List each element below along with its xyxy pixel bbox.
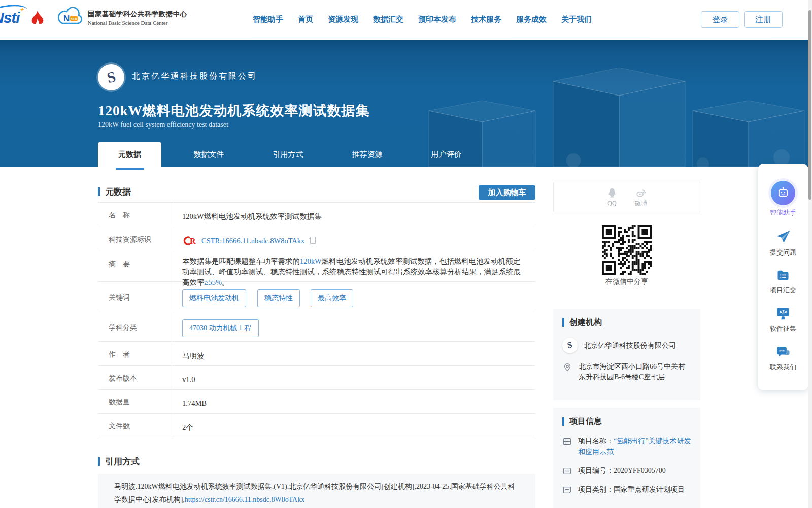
keyword-tag[interactable]: 最高效率	[311, 289, 353, 307]
row-label: 科技资源标识	[98, 227, 172, 251]
nsti-star-icon: ✦	[19, 6, 24, 13]
nav-ai-assistant[interactable]: 智能助手	[253, 15, 283, 24]
metadata-section-header: 元数据	[98, 186, 131, 198]
row-label: 数据量	[98, 390, 172, 413]
register-button[interactable]: 注册	[744, 11, 783, 28]
subject-tag[interactable]: 47030 动力机械工程	[182, 319, 259, 337]
project-number-icon	[562, 466, 572, 476]
project-category-icon	[562, 485, 572, 495]
login-button[interactable]: 登录	[701, 11, 739, 28]
robot-icon	[771, 181, 795, 205]
metadata-section-title: 元数据	[105, 186, 131, 198]
scrollbar-thumb[interactable]	[808, 10, 811, 200]
project-info-card: 项目信息 项目名称：“氢能出行”关键技术研发和应用示范 项目编号：2020YFF…	[553, 408, 700, 508]
cstr-identifier[interactable]: CSTR:16666.11.nbsdc.8W8oTAkx	[201, 235, 304, 247]
table-row-cstr: 科技资源标识 R CSTR:16666.11.nbsdc.8W8oTAkx	[98, 227, 535, 251]
nsti-logo: ✦ Nsti	[0, 9, 20, 26]
svg-text:R: R	[190, 237, 196, 245]
section-accent-bar	[562, 318, 564, 327]
quick-action-panel: 智能助手 提交问题 项目汇交 </> 软件征集	[758, 164, 808, 390]
nsdc-name-en: National Basic Science Data Center	[88, 20, 187, 26]
row-label: 摘 要	[98, 251, 172, 281]
creator-address-row: 北京市海淀区西小口路66号中关村东升科技园B-6号楼C座七层	[562, 361, 691, 383]
svg-text:N: N	[63, 14, 70, 23]
nav-home[interactable]: 首页	[298, 15, 313, 24]
creator-card: 创建机构 S 北京亿华通科技股份有限公司 北京市海淀区西小口路66号中关村东升科…	[553, 309, 700, 400]
active-tab-underline	[116, 168, 144, 170]
project-name-icon	[562, 437, 572, 447]
creator-section-header: 创建机构	[562, 317, 691, 328]
scrollbar-track[interactable]	[808, 0, 812, 508]
section-accent-bar	[98, 457, 100, 466]
quick-submit-question[interactable]: 提交问题	[770, 229, 796, 257]
dataset-title: 120kW燃料电池发动机系统效率测试数据集	[98, 102, 370, 120]
keyword-tag[interactable]: 燃料电池发动机	[182, 289, 246, 307]
nsdc-logo: N SDC 国家基础学科公共科学数据中心 National Basic Scie…	[55, 7, 187, 28]
nav-resource-discovery[interactable]: 资源发现	[328, 15, 358, 24]
row-label: 文件数	[98, 414, 172, 437]
table-row-author: 作 者 马明波	[98, 342, 535, 366]
qq-label: QQ	[607, 200, 616, 207]
quick-software-collection[interactable]: </> 软件征集	[770, 306, 796, 333]
tab-recommended[interactable]: 推荐资源	[335, 142, 399, 167]
weibo-icon	[635, 187, 647, 198]
share-qq[interactable]: QQ	[606, 187, 618, 207]
row-value: 1.74MB	[172, 390, 535, 413]
nav-data-submission[interactable]: 数据汇交	[373, 15, 403, 24]
weibo-label: 微博	[635, 199, 647, 208]
row-value: 2个	[172, 414, 535, 437]
table-row-abstract: 摘 要 本数据集是匹配课题整车功率需求的120kW燃料电池发动机系统效率测试数据…	[98, 251, 535, 282]
project-section-title: 项目信息	[569, 416, 602, 427]
abstract-text: 本数据集是匹配课题整车功率需求的120kW燃料电池发动机系统效率测试数据，包括燃…	[172, 251, 535, 281]
tab-data-files[interactable]: 数据文件	[177, 142, 241, 167]
wechat-share-qr-code	[602, 225, 652, 275]
tab-citation[interactable]: 引用方式	[256, 142, 320, 167]
folder-list-icon	[775, 268, 791, 282]
quick-contact-us[interactable]: 联系我们	[770, 344, 796, 372]
svg-text:SDC: SDC	[71, 17, 79, 21]
section-accent-bar	[98, 187, 100, 196]
keyword-tag[interactable]: 稳态特性	[257, 289, 300, 307]
row-value: 马明波	[172, 342, 535, 365]
creator-org-link[interactable]: 北京亿华通科技股份有限公司	[584, 340, 676, 351]
table-row-version: 发布版本 v1.0	[98, 366, 535, 390]
project-number-label: 项目编号：	[578, 467, 614, 474]
project-category-value: 国家重点研发计划项目	[614, 486, 685, 493]
table-row-size: 数据量 1.74MB	[98, 390, 535, 414]
row-label: 作 者	[98, 342, 172, 365]
row-label: 关键词	[98, 282, 172, 312]
metadata-table: 名 称 120kW燃料电池发动机系统效率测试数据集 科技资源标识 R CSTR:…	[98, 202, 535, 437]
table-row-keywords: 关键词 燃料电池发动机 稳态特性 最高效率	[98, 282, 535, 312]
qq-icon	[606, 187, 618, 199]
logo-group: ✦ Nsti N SDC 国家基础学科公共科学数据中心 National Bas…	[0, 7, 187, 28]
dataset-subtitle: 120kW fuel cell system efficiency test d…	[98, 121, 228, 129]
add-to-cart-button[interactable]: 加入购物车	[479, 185, 535, 200]
project-number-value: 2020YFF0305700	[614, 467, 666, 474]
location-pin-icon	[562, 362, 572, 372]
chat-bubbles-icon	[775, 344, 791, 360]
row-value: 120kW燃料电池发动机系统效率测试数据集	[172, 203, 535, 227]
quick-ai-assistant[interactable]: 智能助手	[770, 181, 796, 217]
creator-org-row: S 北京亿华通科技股份有限公司	[562, 338, 691, 353]
nsdc-name-cn: 国家基础学科公共科学数据中心	[88, 10, 187, 19]
project-category-row: 项目类别：国家重点研发计划项目	[562, 484, 691, 495]
code-monitor-icon: </>	[775, 306, 791, 321]
tab-bar: 元数据 数据文件 引用方式 推荐资源 用户评价	[98, 142, 494, 167]
share-weibo[interactable]: 微博	[635, 187, 647, 208]
nav-preprint[interactable]: 预印本发布	[418, 15, 456, 24]
quick-project-submission[interactable]: 项目汇交	[770, 268, 796, 295]
nav-tech-service[interactable]: 技术服务	[471, 15, 501, 24]
nav-about-us[interactable]: 关于我们	[561, 15, 592, 24]
quick-label: 项目汇交	[770, 285, 796, 295]
nav-service-results[interactable]: 服务成效	[516, 15, 547, 24]
tab-reviews[interactable]: 用户评价	[415, 142, 478, 167]
creator-address: 北京市海淀区西小口路66号中关村东升科技园B-6号楼C座七层	[579, 361, 691, 383]
tab-metadata[interactable]: 元数据	[98, 142, 161, 167]
org-logo: S	[98, 64, 124, 90]
citation-text: 马明波.120kW燃料电池发动机系统效率测试数据集.(V1).北京亿华通科技股份…	[114, 480, 519, 506]
row-label: 名 称	[98, 203, 172, 227]
project-name-row: 项目名称：“氢能出行”关键技术研发和应用示范	[562, 436, 691, 457]
flame-logo-icon	[29, 8, 46, 28]
citation-link[interactable]: https://cstr.cn/16666.11.nbsdc.8W8oTAkx	[185, 496, 304, 503]
copy-icon[interactable]	[309, 237, 316, 245]
